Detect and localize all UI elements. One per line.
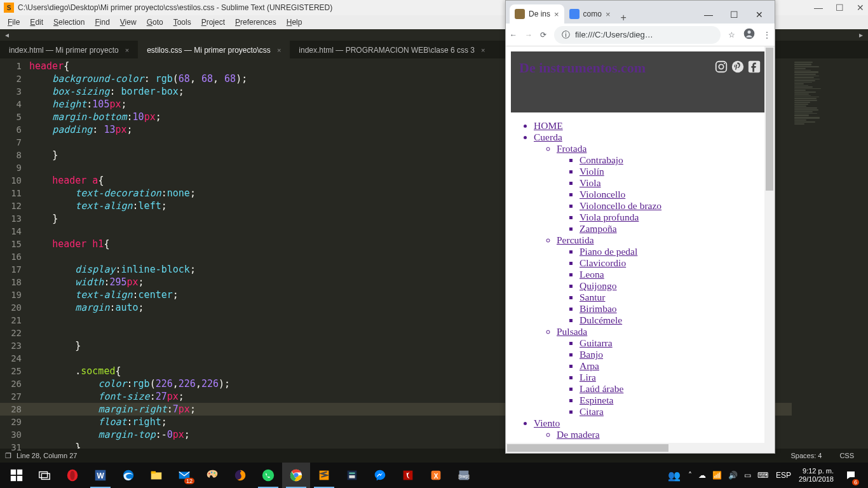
tab-scroll-left-icon[interactable]: ◂ <box>0 30 14 39</box>
nav-link[interactable]: Zampoña <box>580 223 617 234</box>
menu-goto[interactable]: Goto <box>142 17 168 28</box>
tab-close-icon[interactable]: × <box>481 46 485 54</box>
horizontal-scrollbar[interactable] <box>506 443 775 453</box>
new-tab-button[interactable]: + <box>616 12 632 24</box>
menu-tools[interactable]: Tools <box>168 17 196 28</box>
sublime-tab[interactable]: index.html — Mi primer proyecto× <box>0 41 138 58</box>
tab-close-icon[interactable]: × <box>125 46 129 54</box>
status-indentation[interactable]: Spaces: 4 <box>782 452 831 459</box>
nav-link[interactable]: Viola <box>580 177 601 188</box>
start-button[interactable] <box>3 463 31 488</box>
chrome-close-button[interactable]: ✕ <box>748 6 771 24</box>
taskbar-explorer-icon[interactable] <box>142 463 170 488</box>
nav-link[interactable]: Percutida <box>557 234 594 245</box>
minimap[interactable] <box>792 58 868 449</box>
nav-link[interactable]: Leona <box>580 269 604 280</box>
menu-file[interactable]: File <box>3 17 25 28</box>
nav-link[interactable]: Cuerda <box>534 132 562 142</box>
nav-link[interactable]: Espineta <box>580 395 613 405</box>
tray-clock[interactable]: 9:12 p. m. 29/10/2018 <box>799 467 834 484</box>
status-syntax[interactable]: CSS <box>831 452 863 459</box>
taskbar-whatsapp-icon[interactable] <box>254 463 282 488</box>
instagram-icon[interactable] <box>714 60 728 104</box>
tray-keyboard-icon[interactable]: ⌨ <box>757 471 768 480</box>
task-view-button[interactable] <box>31 463 58 488</box>
menu-selection[interactable]: Selection <box>48 17 90 28</box>
nav-link[interactable]: Frotada <box>557 143 587 154</box>
taskbar-acrobat-icon[interactable] <box>394 463 422 488</box>
menu-view[interactable]: View <box>115 17 142 28</box>
menu-preferences[interactable]: Preferences <box>230 17 281 28</box>
tray-onedrive-icon[interactable]: ☁ <box>698 471 706 480</box>
chrome-tab[interactable]: como× <box>564 4 616 24</box>
tray-volume-icon[interactable]: 🔊 <box>728 471 738 480</box>
close-button[interactable]: ✕ <box>857 3 864 13</box>
facebook-icon[interactable] <box>747 60 761 104</box>
nav-link[interactable]: Dulcémele <box>580 315 622 325</box>
menu-icon[interactable]: ⋮ <box>763 30 771 39</box>
back-button[interactable]: ← <box>510 30 517 39</box>
nav-link[interactable]: Banjo <box>580 349 603 360</box>
nav-link[interactable]: Pulsada <box>557 326 587 337</box>
minimize-button[interactable]: — <box>814 3 823 13</box>
taskbar-mail-icon[interactable]: 12 <box>170 463 198 488</box>
nav-link[interactable]: Citara <box>580 406 604 417</box>
tray-chevron-icon[interactable]: ˄ <box>688 471 692 480</box>
chrome-tab[interactable]: De ins× <box>510 4 564 24</box>
nav-link[interactable]: Quijongo <box>580 280 617 291</box>
maximize-button[interactable]: ☐ <box>836 3 844 13</box>
taskbar-firefox-icon[interactable] <box>226 463 254 488</box>
nav-link[interactable]: Violoncello de brazo <box>580 200 661 211</box>
chrome-minimize-button[interactable]: — <box>697 6 720 24</box>
taskbar-word-icon[interactable]: W <box>86 463 114 488</box>
star-icon[interactable]: ☆ <box>728 30 735 39</box>
nav-link[interactable]: HOME <box>534 120 563 131</box>
tab-close-icon[interactable]: × <box>606 10 611 19</box>
pinterest-icon[interactable] <box>731 60 745 104</box>
nav-link[interactable]: Viento <box>534 417 560 428</box>
menu-help[interactable]: Help <box>281 17 308 28</box>
profile-icon[interactable] <box>743 27 756 42</box>
nav-link[interactable]: Viola profunda <box>580 212 639 222</box>
nav-link[interactable]: Santur <box>580 292 605 302</box>
tray-battery-icon[interactable]: ▭ <box>744 471 751 480</box>
chrome-viewport[interactable]: De instrumentos.com HOMECuerdaFrotadaCon… <box>506 46 775 453</box>
taskbar-sublime-icon[interactable] <box>310 463 338 488</box>
taskbar-bwp-icon[interactable]: [bwp] <box>450 463 478 488</box>
menu-edit[interactable]: Edit <box>25 17 48 28</box>
nav-link[interactable]: Lira <box>580 372 596 383</box>
nav-link[interactable]: Laúd árabe <box>580 383 623 394</box>
nav-link[interactable]: Contrabajo <box>580 154 623 165</box>
nav-link[interactable]: Violín <box>580 166 604 177</box>
tray-network-icon[interactable]: 📶 <box>712 471 722 480</box>
nav-link[interactable]: Violoncello <box>580 189 625 200</box>
menu-project[interactable]: Project <box>196 17 230 28</box>
sublime-tab[interactable]: index.html — PROGRAMACION WEB\clase 6 cs… <box>290 41 494 58</box>
tab-close-icon[interactable]: × <box>554 10 559 19</box>
action-center-button[interactable]: 6 <box>841 463 860 488</box>
nav-link[interactable]: Clavicordio <box>580 257 626 268</box>
tray-language[interactable]: ESP <box>776 471 791 480</box>
chrome-maximize-button[interactable]: ☐ <box>722 6 745 24</box>
nav-link[interactable]: Arpa <box>580 360 599 371</box>
nav-link[interactable]: Piano de pedal <box>580 246 637 257</box>
taskbar-edge-icon[interactable] <box>114 463 142 488</box>
nav-link[interactable]: Birimbao <box>580 303 617 314</box>
taskbar-paint-icon[interactable] <box>198 463 226 488</box>
people-icon[interactable]: 👥 <box>668 470 681 482</box>
reload-button[interactable]: ⟳ <box>540 30 546 39</box>
tab-close-icon[interactable]: × <box>277 46 281 54</box>
tab-scroll-right-icon[interactable]: ▸ <box>854 30 868 39</box>
vertical-scrollbar[interactable] <box>764 46 775 443</box>
sublime-tab[interactable]: estilos.css — Mi primer proyecto\css× <box>138 41 290 58</box>
taskbar-app-icon[interactable] <box>338 463 366 488</box>
forward-button[interactable]: → <box>525 30 532 39</box>
address-bar[interactable]: ⓘ file:///C:/Users/dieg… <box>554 26 721 44</box>
taskbar-xampp-icon[interactable]: X <box>422 463 450 488</box>
taskbar-messenger-icon[interactable] <box>366 463 394 488</box>
menu-find[interactable]: Find <box>90 17 114 28</box>
taskbar-opera-icon[interactable] <box>58 463 86 488</box>
nav-link[interactable]: De madera <box>557 429 600 440</box>
taskbar-chrome-icon[interactable] <box>282 463 310 488</box>
nav-link[interactable]: Guitarra <box>580 337 613 348</box>
